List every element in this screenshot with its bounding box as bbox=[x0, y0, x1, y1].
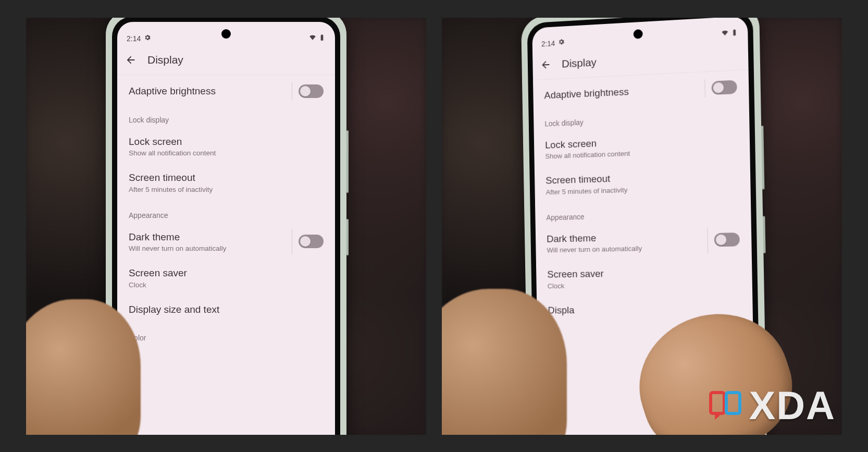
row-dark-theme[interactable]: Dark theme Will never turn on automatica… bbox=[536, 221, 752, 262]
row-screen-saver[interactable]: Screen saver Clock bbox=[117, 260, 335, 296]
battery-icon bbox=[730, 29, 738, 38]
xda-logo-icon bbox=[708, 387, 744, 424]
battery-icon bbox=[318, 34, 326, 43]
row-title: Dark theme bbox=[129, 231, 292, 243]
section-lock-display: Lock display bbox=[117, 105, 335, 128]
wifi-icon bbox=[721, 29, 729, 39]
row-screen-timeout[interactable]: Screen timeout After 5 minutes of inacti… bbox=[117, 164, 335, 201]
row-display-size[interactable]: Display size and text bbox=[117, 296, 335, 323]
row-title: Adaptive brightness bbox=[129, 85, 292, 97]
page-title: Display bbox=[147, 54, 183, 66]
row-screen-saver[interactable]: Screen saver Clock bbox=[536, 258, 752, 298]
row-screen-timeout[interactable]: Screen timeout After 5 minutes of inacti… bbox=[535, 161, 751, 203]
row-title: Display size and text bbox=[129, 303, 324, 316]
row-title: Screen saver bbox=[547, 265, 740, 280]
adaptive-brightness-toggle[interactable] bbox=[712, 80, 737, 95]
row-title: Adaptive brightness bbox=[544, 82, 705, 102]
row-subtitle: Clock bbox=[548, 279, 741, 290]
volume-button bbox=[346, 130, 349, 193]
adaptive-brightness-toggle[interactable] bbox=[299, 84, 324, 98]
row-subtitle: After 5 minutes of inactivity bbox=[129, 186, 324, 193]
power-button bbox=[346, 219, 349, 255]
settings-gear-icon bbox=[558, 38, 565, 47]
status-time: 2:14 bbox=[541, 39, 555, 48]
settings-list: Adaptive brightness Lock display Lock sc… bbox=[533, 70, 753, 324]
app-bar: Display bbox=[117, 45, 335, 75]
settings-gear-icon bbox=[144, 34, 151, 43]
svg-rect-1 bbox=[726, 393, 740, 413]
screenshot-right: 2:14 bbox=[442, 18, 842, 435]
row-subtitle: Show all notification content bbox=[129, 149, 324, 157]
row-title: Screen saver bbox=[129, 267, 324, 279]
section-title: Appearance bbox=[129, 211, 324, 221]
dark-theme-toggle[interactable] bbox=[714, 233, 740, 247]
toggle-divider bbox=[707, 227, 708, 253]
front-camera bbox=[221, 29, 231, 39]
section-title: Lock display bbox=[129, 116, 324, 125]
row-title: Screen timeout bbox=[129, 172, 324, 184]
row-dark-theme[interactable]: Dark theme Will never turn on automatica… bbox=[117, 224, 335, 260]
hand-palm bbox=[442, 289, 567, 435]
toggle-divider bbox=[704, 79, 705, 97]
section-color: Color bbox=[117, 323, 335, 346]
back-button[interactable] bbox=[125, 54, 137, 66]
xda-logo-text: XDA bbox=[749, 383, 836, 428]
phone-screen: 2:14 bbox=[117, 22, 335, 435]
toggle-divider bbox=[292, 229, 292, 255]
row-lock-screen[interactable]: Lock screen Show all notification conten… bbox=[117, 128, 335, 165]
screenshot-left: 2:14 bbox=[26, 18, 426, 435]
back-button[interactable] bbox=[540, 58, 552, 71]
status-time: 2:14 bbox=[127, 34, 141, 43]
row-title: Lock screen bbox=[129, 136, 324, 148]
section-appearance: Appearance bbox=[117, 201, 335, 224]
row-subtitle: Clock bbox=[129, 281, 324, 289]
settings-list: Adaptive brightness Lock display Lock sc… bbox=[117, 75, 335, 346]
dark-theme-toggle[interactable] bbox=[299, 235, 324, 248]
hand-palm bbox=[26, 299, 141, 435]
row-title: Dark theme bbox=[547, 229, 708, 245]
wifi-icon bbox=[309, 34, 316, 43]
page-title: Display bbox=[562, 56, 597, 70]
row-adaptive-brightness[interactable]: Adaptive brightness bbox=[117, 77, 335, 105]
svg-rect-0 bbox=[711, 393, 724, 413]
toggle-divider bbox=[292, 82, 292, 100]
xda-watermark: XDA bbox=[708, 383, 836, 428]
row-subtitle: Will never turn on automatically bbox=[129, 245, 292, 252]
row-subtitle: Will never turn on automatically bbox=[547, 243, 708, 254]
phone-device: 2:14 bbox=[106, 18, 346, 435]
section-title: Color bbox=[129, 334, 324, 343]
section-title: Appearance bbox=[546, 209, 739, 223]
